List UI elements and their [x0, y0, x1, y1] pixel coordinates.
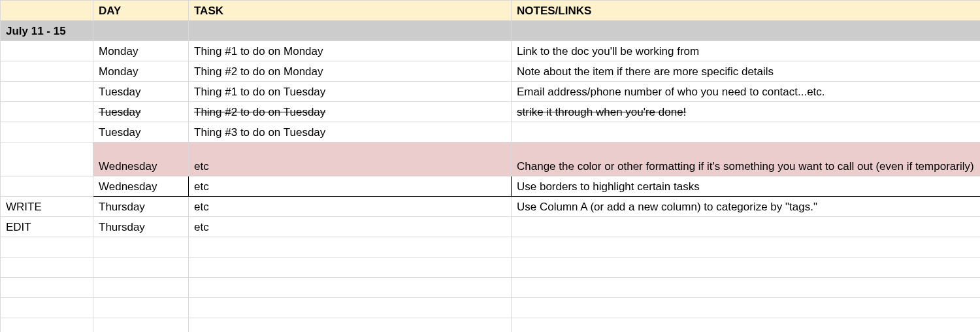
cell-day[interactable]: Tuesday [93, 102, 189, 122]
cell[interactable] [1, 298, 93, 318]
table-row[interactable]: Tuesday Thing #3 to do on Tuesday [1, 122, 981, 142]
cell-notes[interactable]: Use borders to highlight certain tasks [512, 176, 981, 197]
cell[interactable] [189, 278, 512, 298]
cell[interactable] [189, 298, 512, 318]
cell-tag[interactable]: WRITE [1, 197, 93, 217]
cell[interactable] [93, 278, 189, 298]
cell-task[interactable]: etc [189, 176, 512, 197]
cell-notes[interactable]: Change the color or other formatting if … [512, 142, 981, 176]
cell-tag[interactable] [1, 82, 93, 102]
cell-day[interactable]: Thursday [93, 197, 189, 217]
cell-task[interactable]: etc [189, 197, 512, 217]
cell-tag[interactable] [1, 102, 93, 122]
empty-row[interactable] [1, 318, 981, 333]
week-row[interactable]: July 11 - 15 [1, 21, 981, 41]
cell-day[interactable]: Monday [93, 61, 189, 82]
cell[interactable] [1, 278, 93, 298]
cell[interactable] [93, 21, 189, 41]
cell-task[interactable]: Thing #2 to do on Tuesday [189, 102, 512, 122]
cell-tag[interactable] [1, 61, 93, 82]
cell[interactable] [512, 318, 981, 333]
header-row[interactable]: DAY TASK NOTES/LINKS [1, 1, 981, 21]
cell-day[interactable]: Tuesday [93, 122, 189, 142]
cell-tag[interactable] [1, 41, 93, 61]
week-label-cell[interactable]: July 11 - 15 [1, 21, 93, 41]
empty-row[interactable] [1, 257, 981, 278]
cell-notes[interactable] [512, 122, 981, 142]
empty-row[interactable] [1, 237, 981, 257]
cell[interactable] [93, 257, 189, 278]
cell-day[interactable]: Monday [93, 41, 189, 61]
header-col-notes[interactable]: NOTES/LINKS [512, 1, 981, 21]
cell[interactable] [512, 237, 981, 257]
table-row-highlighted[interactable]: Wednesday etc Change the color or other … [1, 142, 981, 176]
table-row[interactable]: WRITE Thursday etc Use Column A (or add … [1, 197, 981, 217]
cell-task[interactable]: Thing #3 to do on Tuesday [189, 122, 512, 142]
cell[interactable] [93, 318, 189, 333]
cell-task[interactable]: etc [189, 142, 512, 176]
header-col-task[interactable]: TASK [189, 1, 512, 21]
cell-task[interactable]: Thing #2 to do on Monday [189, 61, 512, 82]
cell-task[interactable]: Thing #1 to do on Monday [189, 41, 512, 61]
cell-day[interactable]: Wednesday [93, 176, 189, 197]
cell-notes[interactable]: Email address/phone number of who you ne… [512, 82, 981, 102]
cell-tag[interactable]: EDIT [1, 217, 93, 237]
header-col-a[interactable] [1, 1, 93, 21]
cell-day[interactable]: Wednesday [93, 142, 189, 176]
cell[interactable] [93, 298, 189, 318]
cell[interactable] [512, 298, 981, 318]
cell-day[interactable]: Thursday [93, 217, 189, 237]
cell[interactable] [189, 21, 512, 41]
empty-row[interactable] [1, 278, 981, 298]
cell-tag[interactable] [1, 142, 93, 176]
cell-task[interactable]: etc [189, 217, 512, 237]
cell[interactable] [512, 21, 981, 41]
cell[interactable] [1, 257, 93, 278]
cell[interactable] [93, 237, 189, 257]
table-row-bordered[interactable]: Wednesday etc Use borders to highlight c… [1, 176, 981, 197]
cell-task[interactable]: Thing #1 to do on Tuesday [189, 82, 512, 102]
task-spreadsheet[interactable]: DAY TASK NOTES/LINKS July 11 - 15 Monday… [0, 0, 980, 332]
cell-notes[interactable]: Note about the item if there are more sp… [512, 61, 981, 82]
table-row[interactable]: Tuesday Thing #1 to do on Tuesday Email … [1, 82, 981, 102]
empty-row[interactable] [1, 298, 981, 318]
cell[interactable] [189, 237, 512, 257]
table-row[interactable]: Monday Thing #2 to do on Monday Note abo… [1, 61, 981, 82]
cell[interactable] [189, 257, 512, 278]
cell[interactable] [189, 318, 512, 333]
cell[interactable] [1, 237, 93, 257]
header-col-day[interactable]: DAY [93, 1, 189, 21]
cell-notes[interactable]: Link to the doc you'll be working from [512, 41, 981, 61]
cell-tag[interactable] [1, 176, 93, 197]
table-row[interactable]: Monday Thing #1 to do on Monday Link to … [1, 41, 981, 61]
cell-day[interactable]: Tuesday [93, 82, 189, 102]
cell[interactable] [512, 278, 981, 298]
cell[interactable] [1, 318, 93, 333]
cell-notes[interactable]: Use Column A (or add a new column) to ca… [512, 197, 981, 217]
cell[interactable] [512, 257, 981, 278]
table-row-completed[interactable]: Tuesday Thing #2 to do on Tuesday strike… [1, 102, 981, 122]
table-row[interactable]: EDIT Thursday etc [1, 217, 981, 237]
cell-notes[interactable]: strike it through when you're done! [512, 102, 981, 122]
cell-notes[interactable] [512, 217, 981, 237]
cell-tag[interactable] [1, 122, 93, 142]
